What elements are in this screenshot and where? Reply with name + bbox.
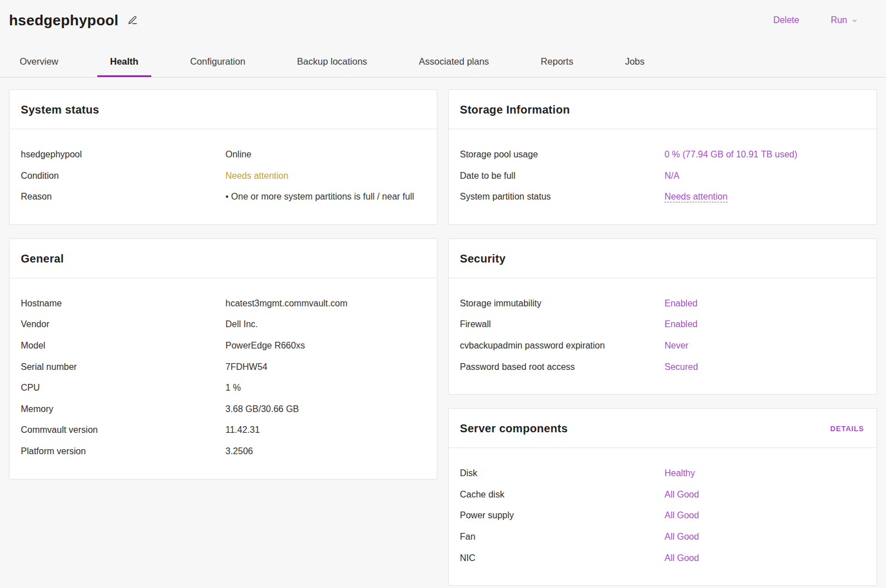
- row-value: hcatest3mgmt.commvault.com: [225, 297, 426, 310]
- row-label: Storage pool usage: [460, 148, 664, 161]
- info-row: Password based root access Secured: [460, 356, 865, 378]
- firewall-value[interactable]: Enabled: [664, 318, 865, 331]
- row-value: PowerEdge R660xs: [225, 340, 426, 352]
- tab-configuration[interactable]: Configuration: [177, 47, 258, 77]
- tab-associated-plans[interactable]: Associated plans: [406, 47, 502, 77]
- info-row: Reason • One or more system partitions i…: [21, 186, 426, 207]
- row-label: Vendor: [21, 318, 225, 331]
- page-header: hsedgephypool Delete Run: [0, 0, 886, 33]
- tab-overview[interactable]: Overview: [7, 47, 71, 77]
- row-label: Hostname: [21, 297, 225, 310]
- info-row: Commvault version 11.42.31: [21, 419, 426, 441]
- info-row: Power supply All Good: [460, 505, 865, 526]
- row-value: Online: [225, 148, 426, 161]
- row-value: 1 %: [225, 382, 426, 394]
- row-label: Memory: [21, 403, 225, 415]
- row-value: 11.42.31: [225, 424, 426, 436]
- info-row: Hostname hcatest3mgmt.commvault.com: [21, 293, 426, 314]
- info-row: System partition status Needs attention: [460, 186, 865, 207]
- row-label: Model: [21, 340, 225, 352]
- general-card: General Hostname hcatest3mgmt.commvault.…: [9, 238, 437, 480]
- chevron-down-icon: [851, 17, 858, 24]
- storage-pool-usage-link[interactable]: 0 % (77.94 GB of 10.91 TB used): [664, 148, 865, 161]
- tab-bar: Overview Health Configuration Backup loc…: [0, 47, 886, 78]
- row-label: Condition: [21, 170, 225, 182]
- tab-reports[interactable]: Reports: [528, 47, 586, 77]
- info-row: Condition Needs attention: [21, 165, 426, 187]
- fan-status-value[interactable]: All Good: [664, 531, 865, 543]
- row-label: System partition status: [460, 191, 664, 203]
- row-label: Cache disk: [460, 489, 664, 501]
- row-label: Power supply: [460, 509, 664, 522]
- row-label: Commvault version: [21, 424, 225, 436]
- password-expiration-value[interactable]: Never: [664, 340, 865, 352]
- row-label: Password based root access: [460, 361, 664, 373]
- general-title: General: [21, 252, 64, 265]
- info-row: Cache disk All Good: [460, 484, 865, 505]
- nic-status-value[interactable]: All Good: [664, 552, 865, 564]
- server-components-card: Server components DETAILS Disk Healthy C…: [448, 408, 877, 586]
- info-row: Model PowerEdge R660xs: [21, 335, 426, 356]
- page-title: hsedgephypool: [9, 12, 119, 29]
- storage-information-title: Storage Information: [460, 103, 570, 116]
- info-row: Memory 3.68 GB/30.66 GB: [21, 399, 426, 420]
- cache-disk-status-value[interactable]: All Good: [664, 489, 865, 501]
- row-label: Platform version: [21, 445, 225, 458]
- row-label: NIC: [460, 552, 664, 564]
- row-value: 3.68 GB/30.66 GB: [225, 403, 426, 415]
- row-value: 7FDHW54: [225, 361, 426, 373]
- row-label: Disk: [460, 467, 664, 480]
- info-row: cvbackupadmin password expiration Never: [460, 335, 865, 356]
- tab-backup-locations[interactable]: Backup locations: [284, 47, 380, 77]
- row-value: Dell Inc.: [225, 318, 426, 331]
- main-content: System status hsedgephypool Online Condi…: [0, 78, 886, 588]
- info-row: hsedgephypool Online: [21, 144, 426, 165]
- row-label: Fan: [460, 531, 664, 543]
- info-row: Vendor Dell Inc.: [21, 314, 426, 335]
- tab-health[interactable]: Health: [97, 47, 151, 77]
- row-value: • One or more system partitions is full …: [225, 191, 426, 203]
- info-row: Firewall Enabled: [460, 314, 865, 335]
- details-button[interactable]: DETAILS: [829, 423, 865, 434]
- info-row: Storage immutability Enabled: [460, 293, 865, 314]
- system-status-card: System status hsedgephypool Online Condi…: [9, 89, 437, 225]
- storage-immutability-value[interactable]: Enabled: [664, 297, 865, 310]
- run-button-label: Run: [831, 15, 847, 25]
- info-row: Serial number 7FDHW54: [21, 356, 426, 378]
- info-row: Disk Healthy: [460, 463, 865, 484]
- info-row: Platform version 3.2506: [21, 441, 426, 462]
- info-row: Storage pool usage 0 % (77.94 GB of 10.9…: [460, 144, 865, 165]
- row-value: 3.2506: [225, 445, 426, 458]
- tab-jobs[interactable]: Jobs: [612, 47, 658, 77]
- security-title: Security: [460, 252, 505, 265]
- storage-information-card: Storage Information Storage pool usage 0…: [448, 89, 877, 225]
- row-label: Reason: [21, 191, 225, 203]
- disk-status-value[interactable]: Healthy: [664, 467, 865, 480]
- power-supply-status-value[interactable]: All Good: [664, 509, 865, 522]
- info-row: NIC All Good: [460, 548, 865, 569]
- condition-status: Needs attention: [225, 170, 426, 182]
- server-components-title: Server components: [460, 422, 568, 435]
- info-row: Date to be full N/A: [460, 165, 865, 187]
- row-label: Firewall: [460, 318, 664, 331]
- row-label: Date to be full: [460, 170, 664, 182]
- system-partition-status-link[interactable]: Needs attention: [664, 191, 865, 203]
- edit-icon[interactable]: [126, 14, 139, 26]
- info-row: CPU 1 %: [21, 377, 426, 399]
- info-row: Fan All Good: [460, 526, 865, 548]
- date-to-be-full-value: N/A: [664, 170, 865, 182]
- row-label: cvbackupadmin password expiration: [460, 340, 664, 352]
- row-label: CPU: [21, 382, 225, 394]
- run-button[interactable]: Run: [830, 13, 859, 28]
- row-label: hsedgephypool: [21, 148, 225, 161]
- system-status-title: System status: [21, 103, 100, 116]
- row-label: Serial number: [21, 361, 225, 373]
- security-card: Security Storage immutability Enabled Fi…: [448, 238, 877, 395]
- row-label: Storage immutability: [460, 297, 664, 310]
- root-access-value[interactable]: Secured: [664, 361, 865, 373]
- delete-button[interactable]: Delete: [772, 13, 800, 28]
